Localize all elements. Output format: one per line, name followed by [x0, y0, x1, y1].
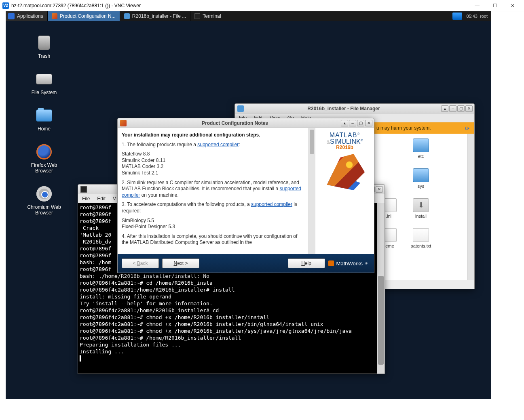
desktop-icon-label: Home	[38, 126, 51, 132]
next-button[interactable]: Next >	[162, 258, 199, 268]
desktop-icon-label: Trash	[38, 53, 50, 59]
warning-text: u may harm your system.	[376, 125, 431, 131]
close-button[interactable]: ✕	[465, 105, 473, 112]
folder-icon	[124, 13, 130, 19]
minimize-button[interactable]: –	[449, 105, 456, 112]
file-icon	[413, 228, 429, 242]
scrollbar[interactable]	[467, 134, 474, 280]
help-button[interactable]: Help	[288, 258, 325, 268]
matlab-icon	[52, 13, 57, 19]
file-item-install[interactable]: ⬇install	[405, 198, 437, 218]
text: 3. To accelerate computations with the f…	[122, 202, 251, 207]
desktop-icon-filesystem[interactable]: File System	[22, 70, 66, 95]
supported-compiler-link[interactable]: supported compiler	[197, 142, 239, 147]
supported-compiler-link[interactable]: supported compiler	[251, 202, 292, 207]
taskbar-task-label: Terminal	[203, 13, 221, 19]
vnc-logo-icon: V2	[2, 2, 9, 9]
scrollbar[interactable]	[377, 203, 385, 374]
refresh-icon[interactable]: ⟳	[464, 125, 471, 132]
applications-menu[interactable]: Applications	[6, 11, 47, 21]
maximize-button[interactable]: ☐	[486, 0, 504, 11]
product-list: SimBiology 5.5 Fixed-Point Designer 5.3	[122, 218, 304, 230]
desktop-icon-label: Firefox Web Browser	[22, 162, 66, 174]
remote-desktop: Applications Product Configuration N... …	[0, 11, 524, 420]
installer-footer: < Back Next > Help MathWorks®	[118, 254, 374, 273]
shade-button[interactable]: ▴	[341, 120, 348, 126]
trash-icon	[38, 36, 50, 50]
taskbar-task-label: Product Configuration N...	[60, 13, 116, 19]
desktop-icon-label: Chromium Web Browser	[22, 204, 66, 216]
desktop-icons: Trash File System Home Firefox Web Brows…	[22, 34, 78, 227]
file-item-label: sys	[418, 184, 425, 189]
taskbar-task-installer[interactable]: Product Configuration N...	[47, 11, 120, 21]
vnc-titlebar: V2 hz-t2.matpool.com:27392 (7896f4c2a881…	[0, 0, 524, 11]
matlab-membrane-icon	[323, 154, 367, 190]
taskbar: Applications Product Configuration N... …	[6, 11, 491, 21]
desktop-icon-home[interactable]: Home	[22, 107, 66, 132]
folder-icon	[237, 105, 244, 112]
workspace-switcher-icon[interactable]	[452, 13, 462, 20]
terminal-icon	[194, 13, 200, 19]
shade-button[interactable]: ▴	[441, 105, 448, 112]
mathworks-text: MathWorks	[336, 260, 363, 267]
matlab-simulink-logo: MATLAB® &SIMULINK® R2016b	[326, 132, 363, 150]
menu-view[interactable]: V	[113, 196, 116, 202]
text: :	[239, 142, 240, 147]
installer-dialog[interactable]: Product Configuration Notes ▴ – ▢ ✕ Your…	[117, 118, 374, 273]
file-item-patentstxt[interactable]: patents.txt	[405, 228, 437, 248]
file-manager-title: R2016b_installer - File Manager	[246, 106, 441, 111]
installer-heading: Your installation may require additional…	[122, 132, 260, 138]
mathworks-logo: MathWorks®	[328, 260, 370, 267]
text: 4. After this installation is complete, …	[122, 233, 304, 246]
desktop-icon-label: File System	[32, 90, 57, 95]
menu-edit[interactable]: Edit	[97, 196, 106, 202]
matlab-icon	[120, 120, 127, 126]
text: 2. Simulink requires a C compiler for si…	[122, 180, 299, 192]
mathworks-icon	[328, 260, 334, 266]
terminal-icon	[80, 186, 87, 193]
chromium-icon	[36, 186, 52, 202]
desktop-icon-chromium[interactable]: Chromium Web Browser	[22, 185, 66, 216]
folder-icon	[413, 168, 429, 182]
product-list: Stateflow 8.8 Simulink Coder 8.11 MATLAB…	[122, 151, 304, 176]
scrollbar[interactable]	[308, 128, 315, 254]
minimize-button[interactable]: —	[468, 0, 486, 11]
scrollbar-thumb[interactable]	[310, 130, 314, 154]
clock: 05:43 root	[466, 14, 488, 19]
file-item-label: .ini	[386, 214, 391, 218]
file-item-label: etc	[418, 154, 424, 159]
desktop-icon-trash[interactable]: Trash	[22, 34, 66, 59]
close-button[interactable]: ✕	[376, 186, 383, 193]
maximize-button[interactable]: ▢	[357, 120, 364, 126]
installer-titlebar[interactable]: Product Configuration Notes ▴ – ▢ ✕	[118, 118, 374, 128]
minimize-button[interactable]: –	[349, 120, 356, 126]
taskbar-task-label: R2016b_installer - File ...	[132, 13, 186, 19]
maximize-button[interactable]: ▢	[457, 105, 465, 112]
firefox-icon	[36, 144, 52, 160]
folder-icon	[413, 139, 429, 152]
back-button: < Back	[122, 258, 159, 268]
installer-text-area[interactable]: Your installation may require additional…	[118, 128, 308, 254]
close-button[interactable]: ✕	[365, 120, 372, 126]
drive-icon	[36, 74, 52, 84]
text: on your machine.	[140, 192, 178, 198]
taskbar-task-filemanager[interactable]: R2016b_installer - File ...	[120, 11, 190, 21]
installer-branding-panel: MATLAB® &SIMULINK® R2016b	[315, 128, 374, 254]
file-item-etc[interactable]: etc	[405, 139, 437, 159]
file-manager-titlebar[interactable]: R2016b_installer - File Manager ▴ – ▢ ✕	[235, 104, 474, 113]
taskbar-task-terminal[interactable]: Terminal	[190, 11, 225, 21]
vnc-title: hz-t2.matpool.com:27392 (7896f4c2a881:1 …	[11, 3, 141, 8]
menu-file[interactable]: File	[82, 196, 90, 202]
scrollbar-thumb[interactable]	[378, 276, 384, 365]
file-item-sys[interactable]: sys	[405, 168, 437, 189]
text: 1. The following products require a	[122, 142, 197, 147]
xfce-mouse-icon	[8, 13, 15, 19]
home-folder-icon	[36, 109, 52, 122]
download-icon: ⬇	[413, 198, 429, 212]
close-button[interactable]: ✕	[504, 0, 522, 11]
file-item-label: install	[415, 214, 427, 218]
file-item-label: patents.txt	[411, 244, 431, 248]
applications-label: Applications	[17, 13, 43, 19]
installer-title: Product Configuration Notes	[129, 120, 341, 126]
desktop-icon-firefox[interactable]: Firefox Web Browser	[22, 143, 66, 174]
